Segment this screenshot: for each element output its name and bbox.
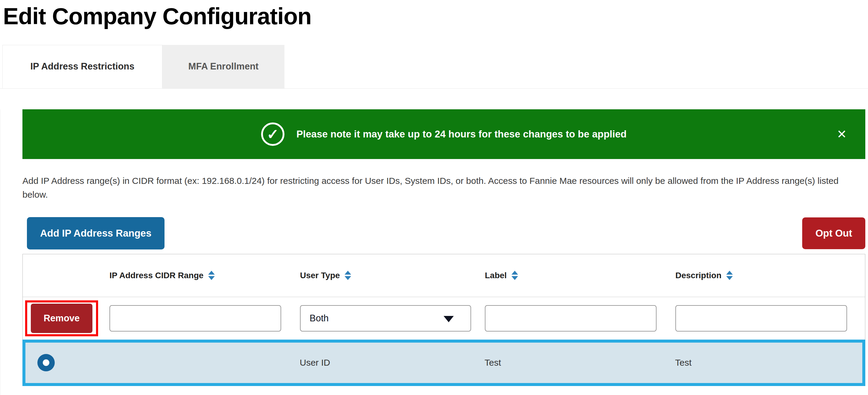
tab-mfa-enrollment[interactable]: MFA Enrollment [162, 45, 284, 88]
instructions-text: Add IP Address range(s) in CIDR format (… [23, 174, 865, 201]
description-input[interactable] [675, 305, 847, 332]
add-ip-address-ranges-button[interactable]: Add IP Address Ranges [27, 217, 164, 250]
column-header-label: User Type [300, 271, 340, 280]
edit-row: Remove Both [23, 297, 865, 340]
remove-button-highlight: Remove [25, 300, 98, 336]
row-user-type-value: User ID [296, 358, 481, 368]
edit-row-description-cell [672, 305, 865, 332]
column-header-label: Description [675, 271, 721, 280]
row-description-value: Test [672, 358, 862, 368]
remove-button[interactable]: Remove [31, 304, 92, 333]
ip-address-table: IP Address CIDR Range User Type Label De… [23, 254, 865, 386]
column-header-description[interactable]: Description [672, 271, 865, 280]
table-row-selected[interactable]: User ID Test Test [23, 340, 865, 386]
dropdown-caret-icon [443, 316, 454, 322]
sort-icon[interactable] [726, 271, 733, 280]
sort-icon[interactable] [512, 271, 518, 280]
column-header-user-type[interactable]: User Type [297, 271, 481, 280]
actions-row: Add IP Address Ranges Opt Out [23, 217, 865, 250]
selected-row-radio-cell [25, 354, 105, 371]
radio-dot [43, 359, 49, 366]
sort-up-icon [345, 271, 351, 275]
row-label-value: Test [481, 358, 672, 368]
tab-bar: IP Address Restrictions MFA Enrollment [0, 45, 868, 89]
sort-down-icon [345, 276, 351, 280]
sort-up-icon [208, 271, 215, 275]
column-header-label: Label [485, 271, 507, 280]
table-header-row: IP Address CIDR Range User Type Label De… [23, 254, 865, 297]
sort-down-icon [512, 276, 518, 280]
selected-row-grid: User ID Test Test [25, 343, 862, 383]
check-circle-icon: ✓ [261, 122, 284, 146]
label-input[interactable] [485, 305, 656, 332]
banner-message: Please note it may take up to 24 hours f… [297, 129, 627, 140]
page-title: Edit Company Configuration [0, 0, 868, 31]
user-type-selected-value: Both [310, 313, 329, 324]
edit-row-label-cell [481, 305, 672, 332]
cidr-range-input[interactable] [110, 305, 281, 332]
edit-row-action-cell: Remove [23, 300, 106, 336]
sort-icon[interactable] [208, 271, 215, 280]
edit-row-cidr-cell [106, 305, 297, 332]
tab-panel: ✓ Please note it may take up to 24 hours… [0, 109, 868, 395]
radio-button-selected[interactable] [37, 354, 55, 371]
sort-icon[interactable] [345, 271, 351, 280]
sort-down-icon [726, 276, 733, 280]
user-type-dropdown[interactable]: Both [300, 305, 471, 332]
column-header-label: IP Address CIDR Range [110, 271, 204, 280]
close-icon[interactable]: ✕ [837, 128, 847, 140]
column-header-label[interactable]: Label [481, 271, 672, 280]
sort-up-icon [726, 271, 733, 275]
tab-ip-address-restrictions[interactable]: IP Address Restrictions [2, 45, 162, 88]
success-banner: ✓ Please note it may take up to 24 hours… [23, 109, 865, 159]
column-header-cidr-range[interactable]: IP Address CIDR Range [106, 271, 297, 280]
sort-up-icon [512, 271, 518, 275]
edit-row-user-type-cell: Both [297, 305, 481, 332]
sort-down-icon [208, 276, 215, 280]
opt-out-button[interactable]: Opt Out [802, 218, 865, 249]
